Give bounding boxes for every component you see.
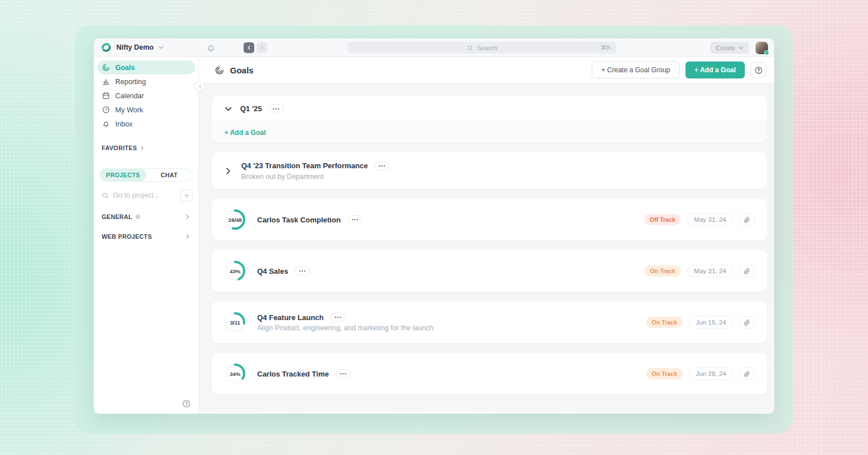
main-panel: Goals + Create a Goal Group + Add a Goal…	[199, 57, 774, 414]
project-search-row	[97, 189, 195, 202]
search-icon	[467, 45, 474, 51]
more-options-icon[interactable]	[348, 215, 362, 224]
more-options-icon[interactable]	[269, 104, 284, 113]
progress-ring: 3/11	[224, 312, 246, 333]
attachment-button[interactable]	[739, 368, 754, 380]
attachment-button[interactable]	[739, 213, 754, 226]
goal-meta: On Track Jun 15, 24	[646, 316, 754, 329]
help-icon[interactable]	[182, 399, 191, 408]
create-button[interactable]: Create	[710, 42, 749, 54]
goal-group-card-collapsed[interactable]: Q4 '23 Transition Team Performance Broke…	[212, 152, 767, 189]
more-options-icon[interactable]	[295, 266, 310, 275]
search-placeholder-wrap: Search	[348, 45, 617, 51]
goal-main: Carlos Task Completion	[257, 215, 362, 224]
project-search-input[interactable]	[113, 191, 176, 199]
more-options-icon[interactable]	[331, 313, 345, 322]
workspace-switcher[interactable]: Nifty Demo	[101, 42, 164, 53]
sidebar-item-inbox[interactable]: Inbox	[97, 117, 195, 131]
sidebar-section-web-projects[interactable]: WEB PROJECTS	[97, 232, 195, 241]
tab-chat[interactable]: CHAT	[146, 169, 193, 181]
sidebar-item-reporting[interactable]: Reporting	[97, 75, 195, 89]
nifty-logo-icon	[101, 42, 112, 53]
progress-ring: 34%	[224, 363, 246, 384]
app-window: Nifty Demo Search ⌘K Create	[94, 38, 774, 414]
attachment-button[interactable]	[739, 265, 754, 277]
goal-group-header[interactable]: Q1 '25	[212, 96, 767, 121]
add-goal-link[interactable]: + Add a Goal	[224, 129, 266, 137]
goal-group-footer: + Add a Goal	[212, 121, 767, 143]
more-options-icon[interactable]	[336, 369, 350, 378]
goal-title: Q4 Feature Launch	[257, 313, 324, 322]
sidebar-section-general[interactable]: GENERAL	[97, 212, 195, 221]
page-title-wrap: Goals	[215, 65, 254, 75]
search-placeholder: Search	[477, 45, 497, 51]
goal-title: Carlos Tracked Time	[257, 370, 329, 378]
goal-card[interactable]: 26/48 Carlos Task Completion Off Track M…	[212, 199, 767, 240]
user-avatar[interactable]	[756, 42, 768, 54]
due-date[interactable]: May 31, 24	[688, 213, 732, 226]
chevron-right-icon	[185, 234, 190, 239]
progress-ring: 43%	[224, 260, 246, 282]
section-label: GENERAL	[102, 213, 132, 220]
goal-subtitle: Align Product, engineering, and marketin…	[257, 324, 433, 332]
topbar-right-cluster: Create	[710, 38, 768, 57]
goal-card[interactable]: 34% Carlos Tracked Time On Track Jun 28,…	[212, 353, 767, 395]
more-options-icon[interactable]	[375, 161, 389, 170]
goal-card[interactable]: 43% Q4 Sales On Track May 31, 24	[212, 250, 767, 292]
progress-label: 26/48	[224, 209, 246, 230]
create-goal-group-button[interactable]: + Create a Goal Group	[592, 62, 680, 78]
goal-meta: On Track Jun 28, 24	[646, 368, 754, 380]
chevron-right-icon	[224, 167, 232, 175]
paperclip-icon	[743, 319, 750, 326]
goal-group-title: Q4 '23 Transition Team Performance	[241, 161, 368, 170]
sidebar-tabs: PROJECTS CHAT	[99, 168, 193, 182]
sidebar-item-calendar[interactable]: Calendar	[97, 89, 195, 103]
paperclip-icon	[743, 216, 750, 224]
sidebar-item-label: My Work	[115, 106, 143, 114]
sidebar-collapse-button[interactable]	[194, 81, 205, 91]
favorites-label: FAVORITES	[102, 145, 137, 151]
due-date[interactable]: Jun 28, 24	[689, 368, 732, 380]
status-badge[interactable]: On Track	[646, 317, 683, 328]
goal-title: Q4 Sales	[257, 267, 288, 275]
attachment-button[interactable]	[739, 316, 754, 329]
status-badge[interactable]: Off Track	[644, 214, 682, 225]
goal-title: Carlos Task Completion	[257, 216, 341, 224]
notifications-bell-icon[interactable]	[206, 43, 216, 53]
goal-main: Carlos Tracked Time	[257, 369, 350, 378]
tab-projects[interactable]: PROJECTS	[100, 169, 146, 181]
chevron-left-icon	[246, 45, 251, 50]
status-badge[interactable]: On Track	[646, 368, 683, 379]
due-date[interactable]: May 31, 24	[688, 265, 732, 277]
sidebar-item-my-work[interactable]: My Work	[97, 103, 195, 117]
goals-help-button[interactable]	[750, 62, 766, 78]
global-search[interactable]: Search ⌘K	[348, 42, 617, 54]
chevron-right-icon	[259, 45, 264, 50]
globe-icon	[135, 214, 141, 220]
goal-swirl-icon	[215, 65, 224, 75]
goal-group-title: Q1 '25	[240, 104, 262, 113]
sidebar-item-goals[interactable]: Goals	[97, 60, 195, 75]
goal-card[interactable]: 3/11 Q4 Feature Launch Align Product, en…	[212, 301, 767, 343]
add-project-button[interactable]	[180, 189, 193, 202]
goal-meta: On Track May 31, 24	[644, 265, 754, 277]
header-actions: + Create a Goal Group + Add a Goal	[592, 62, 766, 78]
goal-group-card: Q1 '25 + Add a Goal	[212, 96, 767, 143]
history-forward-button[interactable]	[257, 42, 267, 53]
gauge-icon	[102, 106, 110, 114]
favorites-toggle[interactable]: FAVORITES	[97, 145, 195, 151]
workspace-name: Nifty Demo	[116, 43, 154, 51]
due-date[interactable]: Jun 15, 24	[689, 316, 732, 329]
goal-main: Q4 Feature Launch Align Product, enginee…	[257, 313, 433, 332]
bar-chart-icon	[102, 77, 110, 86]
history-back-button[interactable]	[244, 42, 254, 53]
sidebar: Goals Reporting Calendar My Work Inbox F…	[94, 57, 199, 414]
goal-group-text: Q4 '23 Transition Team Performance Broke…	[241, 161, 389, 181]
page-title: Goals	[230, 65, 254, 75]
search-icon	[102, 192, 109, 199]
status-badge[interactable]: On Track	[644, 265, 681, 277]
create-button-label: Create	[715, 45, 735, 51]
progress-label: 34%	[224, 363, 246, 384]
chevron-right-icon	[185, 214, 190, 220]
add-goal-button[interactable]: + Add a Goal	[685, 62, 745, 78]
